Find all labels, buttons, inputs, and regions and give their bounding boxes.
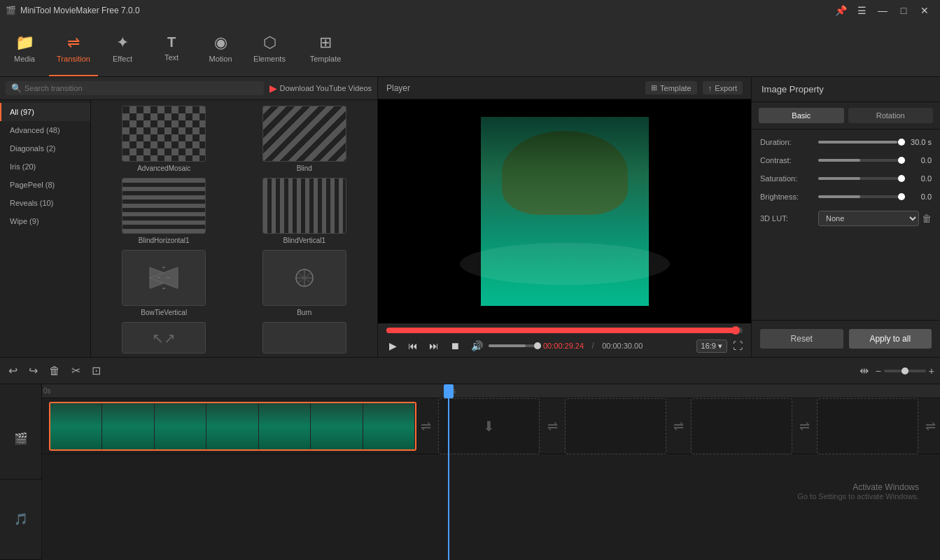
volume-button[interactable]: 🔊 xyxy=(468,339,486,353)
volume-slider[interactable] xyxy=(489,344,538,347)
saturation-row: Saturation: 0.0 xyxy=(760,174,932,183)
apply-to-all-button[interactable]: Apply to all xyxy=(849,329,932,349)
duration-slider[interactable] xyxy=(818,141,902,144)
clip-frame-2 xyxy=(102,403,154,449)
tab-rotation[interactable]: Rotation xyxy=(848,108,934,123)
transition-thumb-advancedmosaic[interactable] xyxy=(122,106,206,162)
transition-item-blind[interactable]: Blind xyxy=(237,106,372,172)
aspect-ratio-button[interactable]: 16:9 ▾ xyxy=(696,340,727,353)
drop-zone-1[interactable]: ⬇ xyxy=(438,398,540,454)
island-shape xyxy=(502,131,628,215)
stop-button[interactable]: ⏹ xyxy=(447,339,463,353)
property-footer: Reset Apply to all xyxy=(752,320,940,357)
cut-button[interactable]: ✂ xyxy=(69,363,83,379)
contrast-fill xyxy=(818,159,860,162)
prev-button[interactable]: ⏮ xyxy=(405,339,421,353)
transition-arrow-4[interactable]: ⇌ xyxy=(795,416,814,437)
contrast-slider[interactable] xyxy=(818,159,902,162)
reset-button[interactable]: Reset xyxy=(760,329,843,349)
saturation-label: Saturation: xyxy=(760,174,813,183)
transition-thumb-blindhorizontal1[interactable] xyxy=(122,178,206,234)
transition-thumb-blind[interactable] xyxy=(262,106,346,162)
elements-icon: ⬡ xyxy=(263,34,276,52)
export-button[interactable]: ↑ Export xyxy=(703,81,743,94)
saturation-fill xyxy=(818,177,860,180)
player-panel: Player ⊞ Template ↑ Export xyxy=(378,77,751,357)
category-item-wipe[interactable]: Wipe (9) xyxy=(0,212,90,230)
menu-button[interactable]: ☰ xyxy=(852,1,871,20)
category-item-all[interactable]: All (97) xyxy=(0,103,90,121)
video-clip[interactable] xyxy=(49,402,416,451)
transition-name-burn: Burn xyxy=(297,309,311,316)
maximize-button[interactable]: □ xyxy=(894,1,913,20)
download-youtube-button[interactable]: ▶ Download YouTube Videos xyxy=(269,83,372,94)
transition-thumb-bowtievertical[interactable]: ↔ ↔ xyxy=(122,250,206,306)
transition-item-burn[interactable]: Burn xyxy=(237,250,372,316)
split-button[interactable]: ⇹ xyxy=(857,363,871,379)
drop-zone-4[interactable] xyxy=(817,398,918,454)
minimize-button[interactable]: — xyxy=(873,1,892,20)
toolbar-item-elements[interactable]: ⬡ Elements xyxy=(245,21,294,76)
tab-basic[interactable]: Basic xyxy=(759,108,844,123)
transition-arrow-3[interactable]: ⇌ xyxy=(669,416,688,437)
brightness-slider[interactable] xyxy=(818,195,902,198)
lut-select[interactable]: None xyxy=(818,211,919,226)
transition-thumb-blindvertical1[interactable] xyxy=(262,178,346,234)
burn-svg xyxy=(283,264,325,292)
playhead[interactable] xyxy=(448,384,449,560)
pin-button[interactable]: 📌 xyxy=(831,1,850,20)
category-item-iris[interactable]: Iris (20) xyxy=(0,158,90,176)
crop-button[interactable]: ⊡ xyxy=(89,363,104,379)
template-icon: ⊞ xyxy=(651,83,657,92)
category-item-reveals[interactable]: Reveals (10) xyxy=(0,194,90,212)
toolbar-item-text[interactable]: T Text xyxy=(147,21,196,76)
transition-arrow-2[interactable]: ⇌ xyxy=(542,416,561,437)
transition-item-blindvertical1[interactable]: BlindVertical1 xyxy=(237,178,372,244)
property-title: Image Property xyxy=(762,84,824,94)
transition-arrow-5[interactable]: ⇌ xyxy=(921,416,940,437)
transition-item-blindhorizontal1[interactable]: BlindHorizontal1 xyxy=(97,178,232,244)
search-input[interactable] xyxy=(24,84,258,92)
lut-row: 3D LUT: None 🗑 xyxy=(760,211,932,226)
clip-frame-7 xyxy=(363,403,415,449)
post-clip-transition-arrow[interactable]: ⇌ xyxy=(416,416,435,437)
motion-icon: ◉ xyxy=(214,34,227,52)
saturation-value: 0.0 xyxy=(907,174,932,183)
category-item-advanced[interactable]: Advanced (48) xyxy=(0,121,90,139)
main-toolbar: 📁 Media ⇌ Transition ✦ Effect T Text ◉ M… xyxy=(0,21,940,77)
play-button[interactable]: ▶ xyxy=(386,339,400,353)
delete-button[interactable]: 🗑 xyxy=(46,363,63,379)
transition-thumb-burn[interactable] xyxy=(262,250,346,306)
transition-item-bowtievertical[interactable]: ↔ ↔ BowTieVertical xyxy=(97,250,232,316)
transition-label: Transition xyxy=(57,55,90,63)
progress-bar[interactable] xyxy=(386,328,743,333)
transition-item-advancedmosaic[interactable]: AdvancedMosaic xyxy=(97,106,232,172)
category-item-pagepeel[interactable]: PagePeel (8) xyxy=(0,176,90,194)
saturation-slider[interactable] xyxy=(818,177,902,180)
toolbar-item-motion[interactable]: ◉ Motion xyxy=(196,21,245,76)
template-button[interactable]: ⊞ Template xyxy=(645,81,697,94)
lut-delete-button[interactable]: 🗑 xyxy=(922,213,932,224)
close-button[interactable]: ✕ xyxy=(915,1,934,20)
next-button[interactable]: ⏭ xyxy=(426,339,442,353)
app-title: MiniTool MovieMaker Free 7.0.0 xyxy=(20,6,140,15)
zoom-slider[interactable] xyxy=(884,370,926,372)
category-item-diagonals[interactable]: Diagonals (2) xyxy=(0,139,90,158)
zoom-in-button[interactable]: + xyxy=(929,365,934,377)
zoom-out-button[interactable]: − xyxy=(876,365,881,377)
motion-label: Motion xyxy=(209,55,232,63)
progress-fill xyxy=(386,328,736,333)
toolbar-item-media[interactable]: 📁 Media xyxy=(0,21,49,76)
transition-item-partial-1[interactable]: ↖↗ xyxy=(97,322,232,354)
toolbar-item-effect[interactable]: ✦ Effect xyxy=(98,21,147,76)
drop-zone-2[interactable] xyxy=(565,398,666,454)
redo-button[interactable]: ↪ xyxy=(26,363,41,379)
transition-icon: ⇌ xyxy=(67,34,80,52)
toolbar-item-template[interactable]: ⊞ Template xyxy=(294,21,357,76)
video-display xyxy=(397,117,733,306)
transition-item-partial-2[interactable] xyxy=(237,322,372,354)
drop-zone-3[interactable] xyxy=(691,398,792,454)
fullscreen-button[interactable]: ⛶ xyxy=(733,340,743,351)
toolbar-item-transition[interactable]: ⇌ Transition xyxy=(49,21,98,76)
undo-button[interactable]: ↩ xyxy=(6,363,20,379)
